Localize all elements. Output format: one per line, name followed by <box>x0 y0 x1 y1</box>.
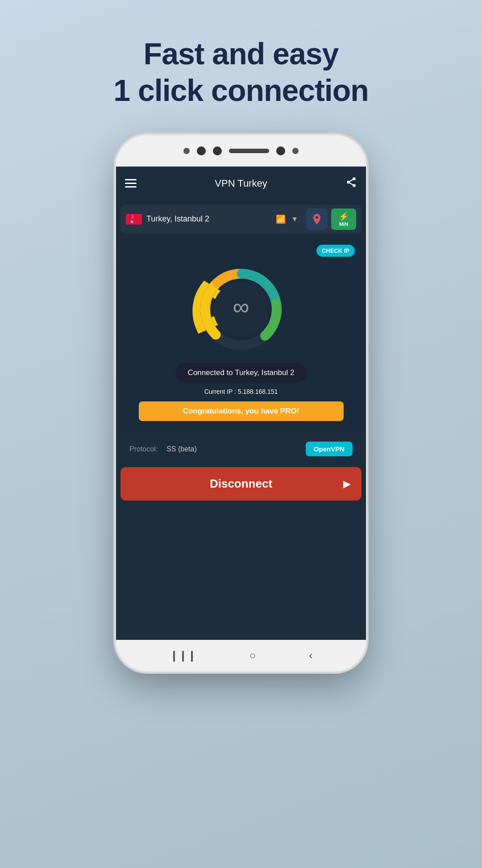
gauge-container: ∞ <box>192 260 290 359</box>
arrow-right-icon: ▶ <box>343 478 351 490</box>
flag-turkey <box>126 214 142 225</box>
pro-badge: Congratulations, you have PRO! <box>139 401 344 421</box>
headline-line2: 1 click connection <box>113 72 369 109</box>
connected-text: Connected to Turkey, Istanbul 2 <box>188 368 295 377</box>
dropdown-icon: ▼ <box>291 215 298 223</box>
speaker-bar <box>229 149 269 153</box>
svg-point-0 <box>353 177 356 180</box>
min-label: MIN <box>339 221 348 227</box>
app-header: VPN Turkey <box>116 167 366 200</box>
current-ip-label: Current IP : <box>204 388 238 395</box>
server-actions: ⚡ MIN <box>306 209 356 230</box>
openvpn-button[interactable]: OpenVPN <box>306 442 353 456</box>
server-name: Turkey, Istanbul 2 <box>146 214 271 224</box>
back-nav-icon[interactable]: ❙❙❙ <box>170 649 196 662</box>
location-button[interactable] <box>306 209 328 230</box>
home-nav-icon[interactable]: ○ <box>249 649 256 662</box>
current-ip-row: Current IP : 5.188.168.151 <box>127 388 355 395</box>
gauge-svg: ∞ <box>192 260 290 359</box>
svg-point-2 <box>353 184 356 187</box>
app-headline: Fast and easy 1 click connection <box>113 36 369 108</box>
protocol-label: Protocol: <box>129 445 158 453</box>
phone-top-bar <box>116 135 366 167</box>
recents-nav-icon[interactable]: ‹ <box>309 649 312 662</box>
menu-icon[interactable] <box>125 179 137 188</box>
min-button[interactable]: ⚡ MIN <box>331 209 356 230</box>
dot-right <box>292 148 299 154</box>
signal-bars-icon: 📶 <box>276 214 286 224</box>
phone-screen: VPN Turkey Turkey, Istanbul 2 📶 ▼ <box>116 167 366 640</box>
disconnect-label: Disconnect <box>210 477 272 491</box>
svg-point-1 <box>347 180 350 184</box>
dot-left <box>183 148 190 154</box>
phone-shell: VPN Turkey Turkey, Istanbul 2 📶 ▼ <box>116 135 366 671</box>
lightning-icon: ⚡ <box>339 212 349 221</box>
svg-line-3 <box>349 183 353 184</box>
dot-sensor <box>276 146 285 155</box>
dot-camera-left <box>197 146 206 155</box>
headline-line1: Fast and easy <box>113 36 369 72</box>
protocol-row: Protocol: SS (beta) OpenVPN <box>120 437 362 461</box>
phone-bottom-bar: ❙❙❙ ○ ‹ <box>116 640 366 671</box>
connected-badge: Connected to Turkey, Istanbul 2 <box>175 363 307 383</box>
server-selector[interactable]: Turkey, Istanbul 2 📶 ▼ ⚡ MIN <box>120 204 362 234</box>
svg-line-4 <box>349 179 353 181</box>
svg-text:∞: ∞ <box>233 294 249 320</box>
share-icon[interactable] <box>345 176 357 191</box>
disconnect-button[interactable]: Disconnect ▶ <box>120 467 362 501</box>
vpn-main-panel: CHECK IP <box>120 238 362 432</box>
app-title: VPN Turkey <box>215 178 267 189</box>
dot-camera-right <box>213 146 222 155</box>
current-ip-value: 5.188.168.151 <box>238 388 278 395</box>
protocol-ss: SS (beta) <box>166 445 306 453</box>
check-ip-button[interactable]: CHECK IP <box>316 245 355 257</box>
phone-mockup: VPN Turkey Turkey, Istanbul 2 📶 ▼ <box>116 135 366 671</box>
